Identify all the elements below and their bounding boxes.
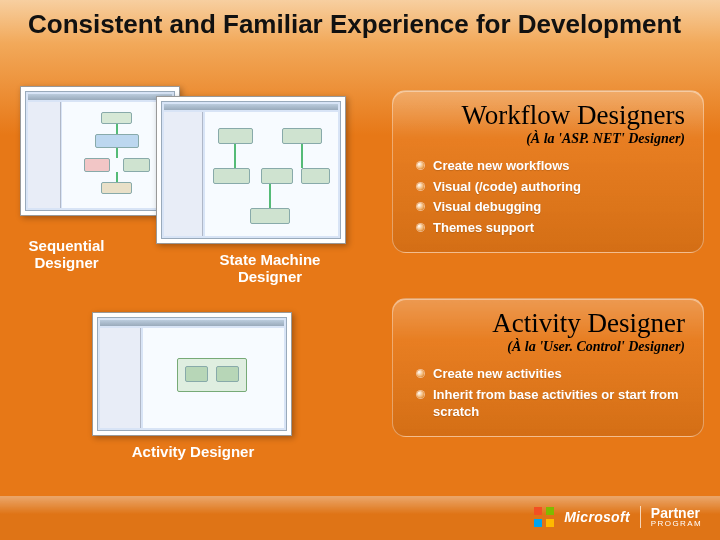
caption-sequential: Sequential Designer [14,238,119,271]
panel1-bullets: Create new workflows Visual (/code) auth… [411,157,685,236]
panel1-subtitle: (À la 'ASP. NET' Designer) [411,131,685,147]
bullet-item: Inherit from base activities or start fr… [411,386,685,421]
panel1-heading: Workflow Designers [411,101,685,129]
footer-divider [640,506,641,528]
panel-activity-designer: Activity Designer (À la 'User. Control' … [392,298,704,437]
footer-program-line2: PROGRAM [651,519,702,528]
screenshot-activity [92,312,292,436]
microsoft-logo-icon [534,507,554,527]
footer-program: Partner PROGRAM [651,505,702,528]
footer-logo: Microsoft Partner PROGRAM [534,505,702,528]
caption-activity: Activity Designer [118,444,268,461]
screenshot-state-machine [156,96,346,244]
slide: Consistent and Familiar Experience for D… [0,0,720,540]
bullet-item: Create new activities [411,365,685,383]
slide-title: Consistent and Familiar Experience for D… [28,10,692,40]
panel2-heading: Activity Designer [411,309,685,337]
caption-state-machine: State Machine Designer [200,252,340,285]
panel-workflow-designers: Workflow Designers (À la 'ASP. NET' Desi… [392,90,704,253]
footer: Microsoft Partner PROGRAM [0,496,720,540]
bullet-item: Visual debugging [411,198,685,216]
panel2-bullets: Create new activities Inherit from base … [411,365,685,421]
bullet-item: Themes support [411,219,685,237]
bullet-item: Visual (/code) authoring [411,178,685,196]
footer-brand: Microsoft [564,509,630,525]
bullet-item: Create new workflows [411,157,685,175]
panel2-subtitle: (À la 'User. Control' Designer) [411,339,685,355]
